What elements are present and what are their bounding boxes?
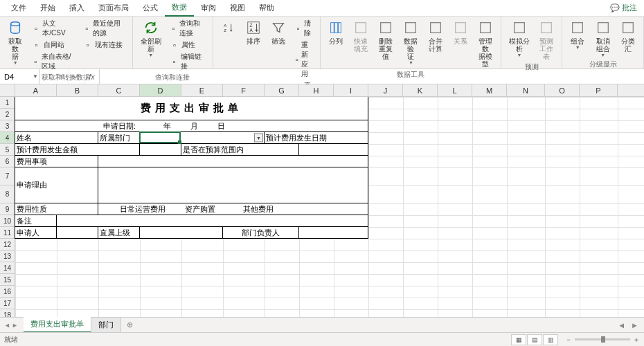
menu-data[interactable]: 数据 (165, 0, 194, 17)
ribbon-btn-3-6[interactable]: 管理数据模型 (474, 18, 497, 69)
ribbon-small-1-0[interactable]: ▫查询和连接 (168, 18, 208, 39)
ribbon-btn-5-2[interactable]: 分类汇 (617, 18, 639, 54)
col-header-N[interactable]: N (507, 84, 545, 96)
row-header-9[interactable]: 9 (0, 203, 15, 215)
row-header-12[interactable]: 12 (0, 239, 15, 251)
row-header-15[interactable]: 15 (0, 274, 15, 286)
menu-formulas[interactable]: 公式 (136, 0, 165, 16)
cells-area[interactable]: 费用支出审批单申请日期:年月日姓名所属部门▼预计费用发生日期预计费用发生金额是否… (15, 97, 644, 317)
input-item[interactable] (98, 155, 368, 167)
fx-label[interactable]: fx (84, 69, 100, 84)
col-header-I[interactable]: I (334, 84, 368, 96)
col-header-C[interactable]: C (98, 84, 140, 96)
row-header-10[interactable]: 10 (0, 215, 15, 227)
row-header-14[interactable]: 14 (0, 262, 15, 274)
ribbon-btn-3-1[interactable]: 快速填充 (350, 18, 372, 54)
comments-button[interactable]: 💬 批注 (603, 0, 644, 16)
ribbon-btn-3-0[interactable]: 分列 (325, 18, 347, 46)
zoom-in[interactable]: ＋ (633, 335, 640, 345)
ribbon-btn-5-0[interactable]: 组合▼ (566, 18, 589, 51)
ribbon-small-0-1[interactable]: ▫自网站 (30, 39, 78, 51)
view-normal[interactable]: ▦ (511, 334, 526, 345)
ribbon-small-0-0[interactable]: ▫最近使用的源 (81, 18, 128, 39)
menu-insert[interactable]: 插入 (62, 0, 91, 16)
input-supervisor[interactable] (139, 226, 223, 239)
row-header-7[interactable]: 7 (0, 167, 15, 185)
menu-home[interactable]: 开始 (33, 0, 62, 16)
ribbon-btn-4-0[interactable]: 模拟分析▼ (506, 18, 533, 59)
menu-view[interactable]: 视图 (223, 0, 252, 16)
select-all-corner[interactable] (0, 84, 15, 96)
zoom-slider[interactable] (575, 338, 630, 340)
row-header-5[interactable]: 5 (0, 144, 15, 156)
row-header-17[interactable]: 17 (0, 298, 15, 309)
zoom-control[interactable]: － ＋ (565, 335, 640, 345)
sheet-tab-0[interactable]: 费用支出审批单 (24, 317, 91, 333)
zoom-out[interactable]: － (565, 335, 572, 345)
accept-formula-button[interactable]: ✓ (69, 69, 84, 84)
ribbon-btn-3-3[interactable]: 数据验证▼ (400, 18, 422, 66)
hscroll-left[interactable]: ◄ (615, 321, 628, 329)
ribbon-small-2-0[interactable]: ▫清除 (292, 18, 316, 39)
ribbon-btn-2-2[interactable]: 筛选 (267, 18, 289, 46)
col-header-L[interactable]: L (438, 84, 472, 96)
ribbon-btn-3-2[interactable]: 删除重复值 (375, 18, 397, 62)
col-header-F[interactable]: F (223, 84, 265, 96)
row-header-13[interactable]: 13 (0, 251, 15, 262)
ribbon-btn-1-0[interactable]: 全部刷新▼ (137, 18, 166, 59)
col-header-A[interactable]: A (15, 84, 57, 96)
menu-layout[interactable]: 页面布局 (91, 0, 136, 16)
col-header-M[interactable]: M (472, 84, 507, 96)
input-dept[interactable]: ▼ (139, 131, 265, 144)
ribbon-btn-4-1[interactable]: 预测工作表 (535, 18, 557, 62)
menu-file[interactable]: 文件 (4, 0, 33, 16)
dropdown-icon[interactable]: ▼ (254, 134, 263, 143)
input-reason[interactable] (98, 167, 368, 203)
row-header-18[interactable]: 18 (0, 309, 15, 317)
view-pagebreak[interactable]: ▥ (543, 334, 558, 345)
tab-nav-prev[interactable]: ◄ (4, 322, 10, 329)
row-header-6[interactable]: 6 (0, 156, 15, 167)
menu-review[interactable]: 审阅 (194, 0, 223, 16)
input-in-budget[interactable] (298, 143, 368, 156)
col-header-J[interactable]: J (368, 84, 403, 96)
ribbon-btn-5-1[interactable]: 取消组合▼ (591, 18, 614, 59)
ribbon-btn-3-4[interactable]: 合并计算 (424, 18, 447, 54)
row-header-2[interactable]: 2 (0, 109, 15, 120)
hscroll-right[interactable]: ► (628, 321, 641, 329)
row-header-8[interactable]: 8 (0, 185, 15, 203)
cancel-formula-button[interactable]: ✕ (54, 69, 69, 84)
col-header-G[interactable]: G (265, 84, 299, 96)
menu-help[interactable]: 帮助 (252, 0, 281, 16)
ribbon-btn-0-0[interactable]: 获取数据▼ (4, 18, 27, 66)
ribbon-small-1-1[interactable]: ▫属性 (168, 39, 208, 51)
name-box[interactable]: D4 ▼ (0, 69, 40, 84)
row-header-3[interactable]: 3 (0, 120, 15, 132)
col-header-K[interactable]: K (403, 84, 438, 96)
input-amount[interactable] (139, 143, 181, 156)
ribbon-btn-2-1[interactable]: ZA排序 (242, 18, 265, 46)
ribbon-small-0-1[interactable]: ▫现有连接 (81, 39, 128, 51)
col-header-H[interactable]: H (299, 84, 334, 96)
col-header-P[interactable]: P (580, 84, 618, 96)
input-remark[interactable] (56, 215, 368, 227)
row-header-4[interactable]: 4 (0, 132, 15, 144)
view-pagelayout[interactable]: ▤ (527, 334, 542, 345)
input-applicant[interactable] (56, 226, 98, 239)
ribbon-small-0-0[interactable]: ▫从文本/CSV (30, 18, 78, 39)
ribbon-btn-3-5[interactable]: 关系 (449, 18, 472, 46)
ribbon-btn-2-0[interactable]: AZ (217, 18, 240, 39)
tab-nav-next[interactable]: ► (12, 322, 18, 329)
row-header-11[interactable]: 11 (0, 227, 15, 239)
row-header-1[interactable]: 1 (0, 97, 15, 109)
row-header-16[interactable]: 16 (0, 286, 15, 298)
col-header-O[interactable]: O (545, 84, 580, 96)
ribbon-icon (143, 19, 159, 36)
sheet-tab-1[interactable]: 部门 (91, 318, 121, 332)
col-header-B[interactable]: B (57, 84, 98, 96)
col-header-D[interactable]: D (140, 84, 181, 96)
add-sheet-button[interactable]: ⊕ (121, 318, 138, 331)
input-dept-head[interactable] (298, 226, 368, 239)
col-header-E[interactable]: E (181, 84, 223, 96)
formula-input[interactable] (100, 69, 644, 84)
